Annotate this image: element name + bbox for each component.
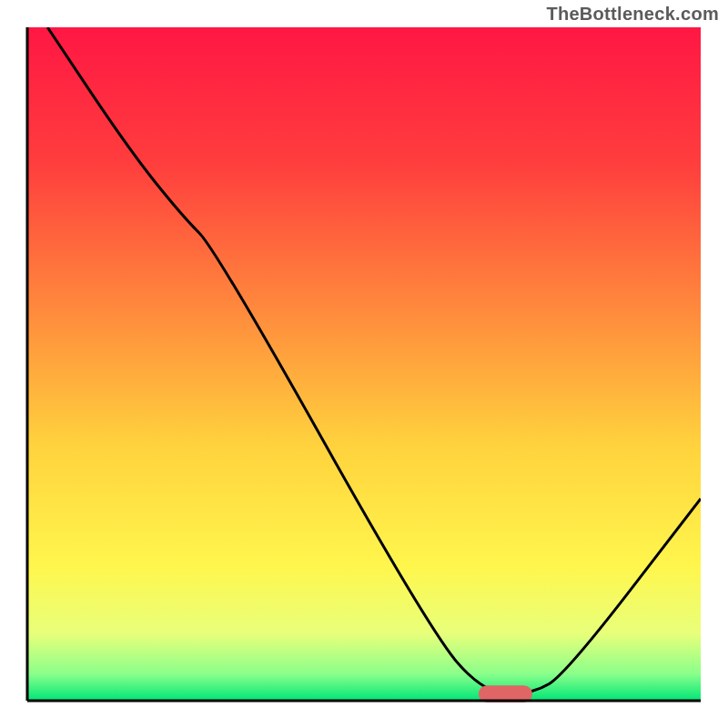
heat-gradient-background	[27, 27, 701, 701]
bottleneck-chart	[0, 0, 728, 728]
chart-container: TheBottleneck.com	[0, 0, 728, 728]
